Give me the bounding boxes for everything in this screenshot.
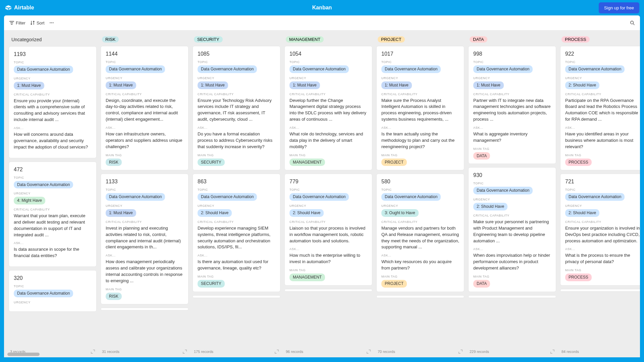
field-label-critical: CRITICAL CAPABILITY bbox=[106, 220, 183, 224]
field-label-maintag: MAIN TAG bbox=[289, 154, 367, 157]
topic-pill: Data Governance Automation bbox=[14, 66, 73, 73]
filter-label: Filter bbox=[16, 20, 25, 25]
critical-text: Make sure the Process Analyst Intelligen… bbox=[381, 98, 459, 123]
ask-text: Do you have a formal escalation process … bbox=[198, 131, 275, 150]
card-id: 1054 bbox=[289, 51, 367, 57]
kanban-card[interactable]: 580TOPICData Governance AutomationURGENC… bbox=[376, 174, 464, 292]
topic-pill: Data Governance Automation bbox=[473, 187, 533, 194]
kanban-card[interactable]: 863TOPICData Governance AutomationURGENC… bbox=[193, 174, 280, 292]
column-body[interactable]: 1085TOPICData Governance AutomationURGEN… bbox=[191, 46, 282, 346]
kanban-card[interactable]: 930TOPICData Governance AutomationURGENC… bbox=[468, 167, 556, 292]
view-title: Kanban bbox=[312, 5, 332, 11]
field-label-urgency: URGENCY bbox=[198, 204, 275, 207]
kanban-card[interactable]: 998TOPICData Governance AutomationURGENC… bbox=[468, 46, 556, 164]
topic-pill: Data Governance Automation bbox=[198, 65, 257, 73]
field-label-critical: CRITICAL CAPABILITY bbox=[473, 214, 551, 217]
card-peek[interactable] bbox=[101, 308, 189, 310]
more-button[interactable] bbox=[49, 20, 54, 25]
main-tag-pill: DATA bbox=[473, 152, 490, 160]
column-title: PROJECT bbox=[378, 36, 405, 43]
column-body[interactable]: 1017TOPICData Governance AutomationURGEN… bbox=[374, 46, 466, 346]
kanban-card[interactable]: 1054TOPICData Governance AutomationURGEN… bbox=[284, 46, 372, 170]
kanban-column: SECURITY1085TOPICData Governance Automat… bbox=[191, 34, 282, 357]
field-label-ask: ASK... bbox=[565, 247, 640, 251]
field-label-topic: TOPIC bbox=[473, 60, 551, 64]
airtable-icon bbox=[5, 5, 12, 11]
kanban-card[interactable]: 1133TOPICData Governance AutomationURGEN… bbox=[101, 174, 189, 304]
column-footer: 70 records bbox=[374, 346, 466, 357]
kanban-card[interactable]: 922TOPICData Governance AutomationURGENC… bbox=[560, 46, 640, 170]
field-label-topic: TOPIC bbox=[565, 60, 640, 64]
field-label-topic: TOPIC bbox=[381, 60, 459, 64]
card-id: 863 bbox=[198, 179, 275, 185]
topic-pill: Data Governance Automation bbox=[289, 65, 349, 73]
column-body[interactable]: 1193TOPICData Governance AutomationURGEN… bbox=[7, 46, 99, 346]
kanban-card[interactable]: 320TOPICData Governance AutomationURGENC… bbox=[9, 270, 97, 312]
filter-button[interactable]: Filter bbox=[9, 20, 25, 25]
column-body[interactable]: 1054TOPICData Governance AutomationURGEN… bbox=[282, 46, 374, 346]
card-id: 580 bbox=[381, 179, 459, 185]
card-peek[interactable] bbox=[560, 289, 640, 292]
critical-text: Design, coordinate, and execute the day-… bbox=[106, 98, 183, 123]
field-label-ask: ASK... bbox=[14, 241, 92, 245]
field-label-critical: CRITICAL CAPABILITY bbox=[198, 220, 275, 224]
field-label-critical: CRITICAL CAPABILITY bbox=[381, 93, 459, 96]
card-id: 930 bbox=[473, 172, 551, 178]
brand-logo[interactable]: Airtable bbox=[5, 5, 34, 11]
card-id: 1017 bbox=[381, 51, 459, 57]
signup-button[interactable]: Sign up for free bbox=[599, 2, 639, 13]
card-peek[interactable] bbox=[468, 295, 556, 298]
urgency-pill: 4: Might Have bbox=[14, 197, 45, 204]
kanban-card[interactable]: 779TOPICData Governance AutomationURGENC… bbox=[284, 174, 372, 286]
field-label-ask: ASK... bbox=[565, 126, 640, 129]
main-tag-pill: PROJECT bbox=[381, 159, 407, 166]
sort-button[interactable]: Sort bbox=[30, 20, 45, 25]
critical-text: Warrant that your team plan, execute and… bbox=[14, 213, 92, 238]
kanban-card[interactable]: 472TOPICData Governance AutomationURGENC… bbox=[9, 162, 97, 267]
column-body[interactable]: 1144TOPICData Governance AutomationURGEN… bbox=[99, 46, 191, 346]
urgency-pill: 2: Should Have bbox=[198, 209, 232, 217]
column-body[interactable]: 922TOPICData Governance AutomationURGENC… bbox=[558, 46, 640, 346]
urgency-pill: 3: Ought to Have bbox=[381, 209, 419, 217]
field-label-topic: TOPIC bbox=[14, 61, 92, 64]
field-label-topic: TOPIC bbox=[198, 188, 275, 191]
expand-icon[interactable] bbox=[366, 349, 371, 354]
topic-pill: Data Governance Automation bbox=[289, 193, 349, 201]
kanban-board[interactable]: Uncategorized1193TOPICData Governance Au… bbox=[4, 30, 640, 357]
kanban-card[interactable]: 1017TOPICData Governance AutomationURGEN… bbox=[376, 46, 464, 170]
search-icon[interactable] bbox=[630, 20, 635, 25]
critical-text: Ensure your Technology Risk Advisory ser… bbox=[198, 98, 275, 123]
kanban-column: MANAGEMENT1054TOPICData Governance Autom… bbox=[282, 34, 374, 357]
field-label-urgency: URGENCY bbox=[106, 76, 183, 80]
topic-pill: Data Governance Automation bbox=[381, 65, 441, 73]
urgency-pill: 1: Must Have bbox=[381, 81, 412, 89]
expand-icon[interactable] bbox=[91, 349, 95, 354]
field-label-topic: TOPIC bbox=[106, 60, 183, 64]
column-body[interactable]: 998TOPICData Governance AutomationURGENC… bbox=[466, 46, 558, 346]
horizontal-scrollbar[interactable] bbox=[7, 353, 40, 356]
field-label-ask: ASK... bbox=[381, 126, 459, 129]
expand-icon[interactable] bbox=[274, 349, 279, 354]
card-id: 1144 bbox=[106, 51, 183, 57]
main-tag-pill: MANAGEMENT bbox=[289, 274, 325, 281]
field-label-urgency: URGENCY bbox=[381, 204, 459, 207]
expand-icon[interactable] bbox=[550, 349, 555, 354]
kanban-card[interactable]: 1085TOPICData Governance AutomationURGEN… bbox=[193, 46, 280, 170]
column-title: Uncategorized bbox=[10, 36, 43, 43]
column-header: RISK bbox=[99, 34, 191, 46]
column-title: RISK bbox=[102, 36, 119, 43]
expand-icon[interactable] bbox=[182, 349, 187, 354]
card-peek[interactable] bbox=[284, 289, 372, 292]
card-peek[interactable] bbox=[376, 295, 464, 298]
card-id: 721 bbox=[565, 179, 640, 185]
expand-icon[interactable] bbox=[458, 349, 463, 354]
kanban-card[interactable]: 1193TOPICData Governance AutomationURGEN… bbox=[9, 46, 97, 158]
kanban-card[interactable]: 1144TOPICData Governance AutomationURGEN… bbox=[101, 46, 189, 170]
ask-text: How can infrastructure owners, operators… bbox=[106, 131, 183, 150]
field-label-urgency: URGENCY bbox=[289, 204, 367, 207]
field-label-urgency: URGENCY bbox=[106, 204, 183, 207]
kanban-card[interactable]: 721TOPICData Governance AutomationURGENC… bbox=[560, 174, 640, 286]
ask-text: What role do technology, services and da… bbox=[289, 131, 367, 150]
card-peek[interactable] bbox=[193, 295, 280, 298]
field-label-ask: ASK... bbox=[198, 254, 275, 257]
